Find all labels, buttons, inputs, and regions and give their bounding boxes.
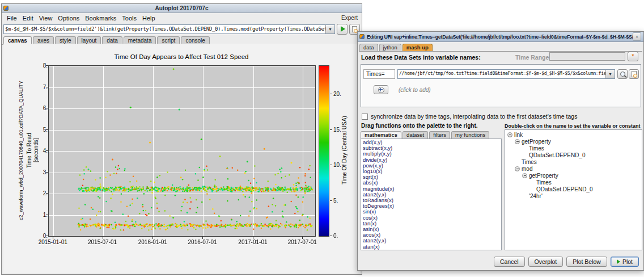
function-item[interactable]: sin(x) <box>363 209 501 215</box>
dialog-tab-mash-up[interactable]: mash up <box>402 44 433 51</box>
tree-node[interactable]: mod <box>506 165 642 172</box>
tree-expand-knob-icon[interactable] <box>507 132 512 137</box>
y-tick-mark <box>46 87 48 87</box>
tree-node-label: QDataSet.DEPEND_0 <box>536 186 593 192</box>
colorbar-tick-label: 15. <box>333 127 348 133</box>
overplot-button-label: Overplot <box>535 258 557 265</box>
tree-node[interactable]: QDataSet.DEPEND_0 <box>506 186 642 192</box>
sync-checkbox[interactable] <box>362 114 368 120</box>
dataset-uri-combo[interactable]: //home/jbf/ct/tmp/foo.txt?time=field0&ti… <box>397 69 615 79</box>
tree-node[interactable]: getProperty <box>506 172 642 179</box>
overplot-button[interactable]: Overplot <box>528 257 564 267</box>
tree-node[interactable]: QDataSet.DEPEND_0 <box>506 152 642 158</box>
tab-style[interactable]: style <box>55 36 76 44</box>
function-item[interactable]: sqrt(x) <box>363 174 501 180</box>
cancel-button[interactable]: Cancel <box>494 257 525 267</box>
dialog-title-bar[interactable]: Editing URI vap+inline:Times=getDataSet(… <box>358 32 643 42</box>
function-item[interactable]: asin(x) <box>363 226 501 232</box>
tree-node[interactable]: getProperty <box>506 138 642 145</box>
dataset-uri-input[interactable]: //home/jbf/ct/tmp/foo.txt?time=field0&ti… <box>398 70 605 78</box>
colorbar-tick-label: 20. <box>333 91 348 97</box>
dataset-uri-dropdown-button[interactable]: ▼ <box>605 70 615 78</box>
tree-node-label: Times <box>536 179 552 186</box>
tab-metadata[interactable]: metadata <box>124 36 156 44</box>
time-range-field[interactable] <box>549 52 625 61</box>
function-tab-dataset[interactable]: dataset <box>402 131 428 138</box>
function-tab-mathematics[interactable]: mathematics <box>361 131 401 138</box>
colorbar[interactable] <box>319 65 329 237</box>
dialog-tab-bar: datajythonmash up <box>359 43 434 51</box>
play-icon <box>341 26 345 32</box>
uri-dropdown-button[interactable]: ▼ <box>325 25 334 33</box>
colorbar-tick-label: 5. <box>333 198 348 204</box>
tab-canvas[interactable]: canvas <box>3 36 32 44</box>
plot-button[interactable]: Plot <box>611 257 639 267</box>
close-icon: × <box>635 34 638 39</box>
y-axis-title-line1: Time To Read <box>26 65 32 236</box>
tree-node[interactable]: Times <box>506 158 642 165</box>
plot-canvas-area: Time Of Day Appears to Affect Test 012 S… <box>3 44 360 273</box>
x-tick-mark <box>202 237 203 239</box>
editing-uri-dialog: Editing URI vap+inline:Times=getDataSet(… <box>357 31 644 271</box>
plot-below-button[interactable]: Plot Below <box>566 257 607 267</box>
tab-axes[interactable]: axes <box>33 36 54 44</box>
function-item[interactable]: atan(x) <box>363 244 501 250</box>
tree-hint-label: Double-click on the name to set the vari… <box>505 123 642 129</box>
function-item[interactable]: divide(x,y) <box>363 157 501 163</box>
tab-console[interactable]: console <box>181 36 209 44</box>
tree-node-label: getProperty <box>522 138 551 145</box>
tree-node[interactable]: link <box>506 131 642 138</box>
function-item[interactable]: cos(x) <box>363 215 501 221</box>
menu-item-options[interactable]: Options <box>55 14 82 22</box>
dialog-tab-data[interactable]: data <box>359 44 378 51</box>
dialog-tab-jython[interactable]: jython <box>379 44 401 51</box>
file-icon <box>632 71 637 77</box>
plus-icon <box>378 87 384 93</box>
add-dataset-button[interactable] <box>374 85 388 94</box>
menu-item-edit[interactable]: Edit <box>20 14 36 22</box>
tree-node[interactable]: Times <box>506 145 642 152</box>
colorbar-tick-mark <box>330 236 332 236</box>
function-item[interactable]: toDegrees(x) <box>363 203 501 209</box>
magnifier-icon <box>620 72 625 77</box>
dataset-file-button[interactable] <box>629 69 639 79</box>
dataset-inspect-button[interactable] <box>617 69 628 79</box>
y-tick-mark <box>46 150 48 151</box>
function-item[interactable]: atan2(y,x) <box>363 238 501 244</box>
function-item[interactable]: tan(x) <box>363 221 501 226</box>
main-title-bar[interactable]: Autoplot 20170707c <box>2 4 362 13</box>
time-range-picker-button[interactable]: * <box>628 52 638 61</box>
function-tab-filters[interactable]: filters <box>429 131 450 138</box>
dataset-variable-name[interactable]: Times= <box>363 69 395 79</box>
function-item[interactable]: log10(x) <box>363 169 501 174</box>
tree-node[interactable]: Times <box>506 179 642 186</box>
tree-expand-knob-icon[interactable] <box>515 139 520 144</box>
menu-item-file[interactable]: File <box>4 14 20 22</box>
x-tick-mark <box>302 237 303 239</box>
menu-item-bookmarks[interactable]: Bookmarks <box>82 14 119 22</box>
colorbar-tick-mark <box>330 165 332 165</box>
tree-expand-knob-icon[interactable] <box>515 166 520 171</box>
function-tab-my-functions[interactable]: my functions <box>451 131 489 138</box>
x-tick-mark <box>103 237 103 239</box>
tab-data[interactable]: data <box>102 36 122 44</box>
tab-layout[interactable]: layout <box>77 36 101 44</box>
y-tick-mark <box>46 236 48 236</box>
menu-item-tools[interactable]: Tools <box>119 14 139 22</box>
x-tick-label: 2016-01-01 <box>133 239 172 245</box>
uri-combo[interactable]: $m-$d_$H-$M-$S/$x&column=field2')&link(g… <box>3 24 335 34</box>
y-tick-mark <box>46 193 48 194</box>
function-item[interactable]: pow(x,y) <box>363 163 501 169</box>
tab-script[interactable]: script <box>157 36 180 44</box>
go-button[interactable] <box>337 24 348 35</box>
menu-item-view[interactable]: View <box>36 14 56 22</box>
uri-input[interactable]: $m-$d_$H-$M-$S/$x&column=field2')&link(g… <box>4 25 325 33</box>
scatter-plot-canvas[interactable] <box>48 65 316 237</box>
autoplot-logo-icon <box>359 34 365 39</box>
close-button[interactable]: × <box>633 32 641 41</box>
tree-expand-knob-icon[interactable] <box>522 173 527 178</box>
tree-node[interactable]: '24hr' <box>506 192 642 199</box>
menu-item-help[interactable]: Help <box>139 14 158 22</box>
click-to-add-hint[interactable]: (click to add) <box>399 87 431 93</box>
dialog-button-row: CancelOverplotPlot BelowPlot <box>494 257 639 267</box>
